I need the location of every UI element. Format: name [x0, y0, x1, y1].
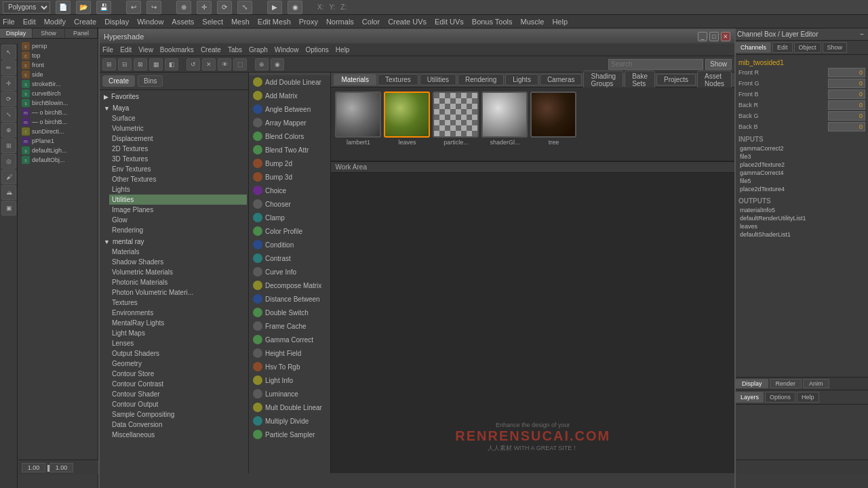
scene-obj-side[interactable]: c side [20, 70, 96, 79]
hs-menu-create[interactable]: Create [201, 46, 221, 54]
tree-image-planes[interactable]: Image Planes [109, 205, 247, 215]
menu-editmesh[interactable]: Edit Mesh [258, 18, 291, 26]
tb-undo-btn[interactable]: ↩ [126, 1, 141, 14]
tree-displacement[interactable]: Displacement [109, 134, 247, 144]
cb-field-input[interactable] [828, 122, 865, 131]
menu-bonus[interactable]: Bonus Tools [472, 18, 513, 26]
tree-mr-geometry[interactable]: Geometry [109, 359, 247, 369]
tree-utilities[interactable]: Utilities [109, 195, 247, 205]
cb-input-item[interactable]: file3 [736, 152, 865, 161]
tree-maya-header[interactable]: ▼ Maya [101, 103, 247, 113]
mat-tab-lights[interactable]: Lights [505, 74, 538, 85]
hs-menu-tabs[interactable]: Tabs [228, 46, 242, 54]
hs-tb-layout2[interactable]: ◉ [271, 58, 284, 70]
hs-menu-graph[interactable]: Graph [249, 46, 268, 54]
tree-mr-sample-comp[interactable]: Sample Compositing [109, 409, 247, 420]
layer-tab-help[interactable]: Help [797, 392, 819, 403]
tree-mr-textures[interactable]: Textures [109, 298, 247, 308]
menu-proxy[interactable]: Proxy [299, 18, 318, 26]
tree-mr-data-conv[interactable]: Data Conversion [109, 420, 247, 430]
util-item[interactable]: Blend Two Attr [249, 143, 330, 157]
util-item[interactable]: Distance Between [249, 292, 330, 306]
util-item[interactable]: Frame Cache [249, 319, 330, 333]
hs-tb-layout1[interactable]: ⊕ [255, 58, 269, 70]
tb-redo-btn[interactable]: ↪ [146, 1, 161, 14]
scene-obj-birchb1[interactable]: m — o birchB... [20, 108, 96, 117]
scene-tab-panel[interactable]: Panel [65, 28, 98, 38]
menu-create[interactable]: Create [74, 18, 96, 26]
util-item[interactable]: Clamp [249, 211, 330, 224]
swatch-leaves[interactable]: leaves [384, 92, 430, 157]
util-item[interactable]: Double Switch [249, 306, 330, 319]
util-item[interactable]: Add Double Linear [249, 75, 330, 89]
soft-icon[interactable]: ◎ [1, 154, 16, 169]
tb-ipr-btn[interactable]: ◉ [288, 1, 302, 14]
cb-tab-channels[interactable]: Channels [736, 42, 771, 53]
tb-scale-btn[interactable]: ⤡ [237, 1, 252, 14]
tree-mr-lights[interactable]: MentalRay Lights [109, 318, 247, 328]
hs-tb-graph[interactable]: ⬚ [233, 58, 247, 70]
tree-mr-contour-store[interactable]: Contour Store [109, 369, 247, 379]
cb-input-item[interactable]: gammaCorrect4 [736, 169, 865, 177]
util-item[interactable]: Choice [249, 184, 330, 197]
display-tab-display[interactable]: Display [736, 379, 768, 388]
tree-mr-output[interactable]: Output Shaders [109, 348, 247, 359]
scene-obj-persp[interactable]: c persp [20, 41, 96, 51]
hs-search-input[interactable] [608, 59, 703, 70]
mat-tab-asset-nodes[interactable]: Asset Nodes [697, 70, 732, 89]
cb-field-input[interactable] [828, 79, 865, 88]
util-item[interactable]: Gamma Correct [249, 333, 330, 346]
swatch-particle[interactable]: particle... [433, 92, 479, 157]
menu-select[interactable]: Select [202, 18, 223, 26]
close-button[interactable]: ✕ [721, 32, 730, 41]
swatch-tree[interactable]: tree [530, 92, 576, 157]
move-icon[interactable]: ✛ [1, 76, 16, 91]
tree-mentalray-header[interactable]: ▼ mental ray [101, 237, 247, 247]
tree-mr-photonic[interactable]: Photonic Materials [109, 277, 247, 287]
tree-mr-materials[interactable]: Materials [109, 247, 247, 257]
scene-obj-stroke[interactable]: s strokeBir... [20, 79, 96, 89]
mat-tab-projects[interactable]: Projects [656, 74, 696, 85]
sel-tool-icon[interactable]: ↖ [1, 45, 16, 60]
util-item[interactable]: Light Info [249, 373, 330, 387]
util-item[interactable]: Hsv To Rgb [249, 360, 330, 373]
tree-volumetric[interactable]: Volumetric [109, 123, 247, 134]
util-item[interactable]: Decompose Matrix [249, 279, 330, 292]
scene-obj-defaultlight[interactable]: s defaultLigh... [20, 146, 96, 155]
menu-modify[interactable]: Modify [44, 18, 66, 26]
cb-field-input[interactable] [828, 111, 865, 121]
hs-tb-clear[interactable]: ✕ [202, 58, 216, 70]
hs-tb-btn2[interactable]: ⊟ [118, 58, 132, 70]
swatch-shadergl[interactable]: shaderGl... [481, 92, 528, 157]
paint2-icon[interactable]: 🖌 [1, 169, 16, 184]
tree-mr-shadow[interactable]: Shadow Shaders [109, 257, 247, 267]
menu-muscle[interactable]: Muscle [521, 18, 545, 26]
mat-tab-rendering[interactable]: Rendering [458, 74, 504, 85]
tree-rendering[interactable]: Rendering [109, 225, 247, 235]
tree-mr-lightmaps[interactable]: Light Maps [109, 328, 247, 338]
timeline-end-input[interactable] [50, 463, 73, 472]
tree-env-textures[interactable]: Env Textures [109, 164, 247, 174]
cb-field-input[interactable] [828, 100, 865, 110]
util-item[interactable]: Blend Colors [249, 129, 330, 143]
util-item[interactable]: Mult Double Linear [249, 401, 330, 414]
util-item[interactable]: Contrast [249, 251, 330, 265]
work-canvas[interactable]: plac.. file5... mib.. [331, 173, 734, 473]
tree-mr-vol-mat[interactable]: Volumetric Materials [109, 267, 247, 277]
tb-move-btn[interactable]: ✛ [197, 1, 212, 14]
tree-mr-photon-vol[interactable]: Photon Volumetric Materi... [109, 287, 247, 298]
mat-tab-shading-groups[interactable]: Shading Groups [583, 70, 623, 89]
hs-menu-help[interactable]: Help [336, 46, 350, 54]
tree-surface[interactable]: Surface [109, 113, 247, 123]
cb-input-item[interactable]: gammaCorrect2 [736, 144, 865, 152]
tree-glow[interactable]: Glow [109, 215, 247, 225]
scene-obj-birch[interactable]: s birchBlowin... [20, 98, 96, 108]
menu-help[interactable]: Help [552, 18, 568, 26]
menu-file[interactable]: File [3, 18, 15, 26]
hs-tb-btn1[interactable]: ⊞ [102, 58, 116, 70]
hs-tb-reload[interactable]: ↺ [186, 58, 200, 70]
scene-tab-display[interactable]: Display [0, 28, 33, 38]
tree-mr-contour-contrast[interactable]: Contour Contrast [109, 379, 247, 389]
scene-obj-pplane[interactable]: m pPlane1 [20, 136, 96, 146]
scene-obj-front[interactable]: c front [20, 60, 96, 70]
